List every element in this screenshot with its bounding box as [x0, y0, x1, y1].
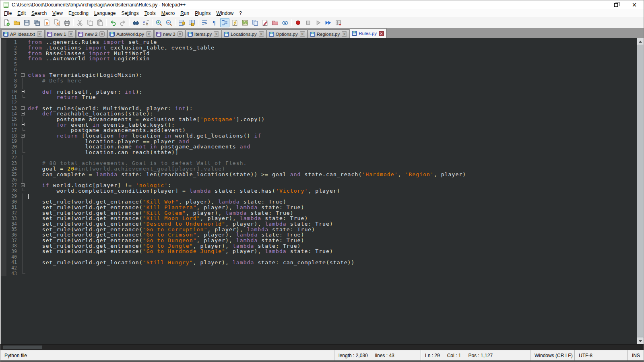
bookmark-margin[interactable]: [1, 84, 6, 89]
bookmark-margin[interactable]: [1, 254, 6, 260]
bookmark-margin[interactable]: [1, 150, 6, 155]
status-eol-format[interactable]: Windows (CR LF): [530, 350, 574, 360]
open-folder-button[interactable]: [12, 18, 21, 27]
bookmark-margin[interactable]: [1, 117, 6, 122]
bookmark-margin[interactable]: [1, 210, 6, 216]
menu-language[interactable]: Language: [91, 10, 118, 17]
horizontal-scrollbar[interactable]: [0, 344, 644, 350]
replace-button[interactable]: ab: [141, 18, 151, 27]
bookmark-margin[interactable]: [1, 172, 6, 177]
bookmark-margin[interactable]: [1, 265, 6, 271]
tab-new-1[interactable]: new 1×: [45, 29, 76, 38]
bookmark-margin[interactable]: [1, 128, 6, 133]
fold-collapse-icon[interactable]: [21, 134, 25, 138]
bookmark-margin[interactable]: [1, 39, 6, 45]
bookmark-margin[interactable]: [1, 78, 6, 84]
close-tab-icon[interactable]: ×: [99, 31, 105, 37]
bookmark-margin[interactable]: [1, 260, 6, 265]
macro-record-button[interactable]: [293, 18, 303, 27]
menu-run[interactable]: Run: [178, 10, 192, 17]
bookmark-margin[interactable]: [1, 105, 6, 111]
bookmark-margin[interactable]: [1, 138, 6, 144]
code-editor[interactable]: 1from ..generic.Rules import set_rule2fr…: [0, 38, 637, 344]
macro-play-button[interactable]: [314, 18, 323, 27]
menu-search[interactable]: Search: [29, 10, 50, 17]
vertical-scrollbar[interactable]: [637, 38, 644, 344]
menu-macro[interactable]: Macro: [159, 10, 178, 17]
edit-marker-button[interactable]: [260, 18, 270, 27]
save-all-button[interactable]: [32, 18, 41, 27]
status-insert-mode[interactable]: INS: [627, 350, 644, 360]
bookmark-margin[interactable]: [1, 205, 6, 210]
bookmark-margin[interactable]: [1, 160, 6, 166]
fold-margin[interactable]: [20, 133, 26, 139]
close-doc-button[interactable]: [42, 18, 52, 27]
bookmark-margin[interactable]: [1, 122, 6, 128]
fold-margin[interactable]: [20, 122, 26, 128]
bookmark-margin[interactable]: [1, 271, 6, 276]
menu-file[interactable]: File: [1, 10, 14, 17]
close-tab-icon[interactable]: ×: [178, 31, 183, 37]
fold-collapse-icon[interactable]: [21, 73, 25, 77]
menu-encoding[interactable]: Encoding: [66, 10, 91, 17]
close-button[interactable]: ×: [625, 0, 644, 9]
horizontal-scroll-thumb[interactable]: [3, 346, 42, 349]
tab-autoworld-py[interactable]: AutoWorld.py×: [107, 29, 154, 38]
fold-collapse-icon[interactable]: [21, 112, 25, 115]
close-tab-icon[interactable]: ×: [68, 31, 73, 37]
menu-[interactable]: ?: [236, 10, 245, 17]
tab-options-py[interactable]: Options.py×: [267, 29, 308, 38]
zoom-out-button[interactable]: [164, 18, 173, 27]
bookmark-margin[interactable]: [1, 111, 6, 117]
menu-window[interactable]: Window: [214, 10, 237, 17]
fold-collapse-icon[interactable]: [21, 90, 25, 93]
show-all-characters-button[interactable]: ¶: [210, 18, 219, 27]
bookmark-margin[interactable]: [1, 238, 6, 243]
bookmark-margin[interactable]: [1, 72, 6, 78]
bookmark-margin[interactable]: [1, 155, 6, 160]
sync-vertical-button[interactable]: [177, 18, 186, 27]
tab-new-3[interactable]: new 3×: [154, 29, 185, 38]
cut-button[interactable]: [75, 18, 85, 27]
bookmark-margin[interactable]: [1, 193, 6, 199]
menu-view[interactable]: View: [50, 10, 66, 17]
fold-margin[interactable]: [20, 89, 26, 95]
status-encoding[interactable]: UTF-8: [574, 350, 627, 360]
bookmark-margin[interactable]: [1, 249, 6, 254]
bookmark-margin[interactable]: [1, 100, 6, 106]
bookmark-margin[interactable]: [1, 133, 6, 139]
menu-settings[interactable]: Settings: [118, 10, 141, 17]
close-tab-icon[interactable]: ×: [37, 31, 42, 37]
fold-collapse-icon[interactable]: [21, 106, 25, 110]
view-eye-button[interactable]: [281, 18, 290, 27]
restore-button[interactable]: [607, 0, 625, 9]
redo-button[interactable]: [118, 18, 128, 27]
close-tab-icon[interactable]: ×: [214, 31, 219, 37]
bookmark-margin[interactable]: [1, 243, 6, 249]
tab-regions-py[interactable]: Regions.py×: [308, 29, 350, 38]
bookmark-margin[interactable]: [1, 183, 6, 188]
macro-run-multiple-button[interactable]: [324, 18, 333, 27]
paste-button[interactable]: [95, 18, 105, 27]
print-button[interactable]: [62, 18, 72, 27]
lightning-doc-button[interactable]: [230, 18, 239, 27]
indent-guide-button[interactable]: [220, 18, 229, 27]
fold-margin[interactable]: [20, 72, 26, 78]
close-all-button[interactable]: [52, 18, 62, 27]
macro-stop-button[interactable]: [303, 18, 313, 27]
vertical-scroll-track[interactable]: [637, 45, 644, 338]
fold-collapse-icon[interactable]: [21, 183, 25, 187]
folder-workspace-button[interactable]: [270, 18, 280, 27]
bookmark-margin[interactable]: [1, 50, 6, 56]
bookmark-margin[interactable]: [1, 232, 6, 238]
find-button[interactable]: [131, 18, 140, 27]
bookmark-margin[interactable]: [1, 226, 6, 232]
fold-margin[interactable]: [20, 105, 26, 111]
fold-margin[interactable]: [20, 111, 26, 117]
menu-tools[interactable]: Tools: [142, 10, 159, 17]
document-map-button[interactable]: [240, 18, 250, 27]
close-tab-icon[interactable]: ×: [300, 31, 305, 37]
close-tab-icon[interactable]: ×: [259, 31, 264, 37]
tab-locations-py[interactable]: Locations.py×: [222, 29, 266, 38]
bookmark-margin[interactable]: [1, 216, 6, 221]
